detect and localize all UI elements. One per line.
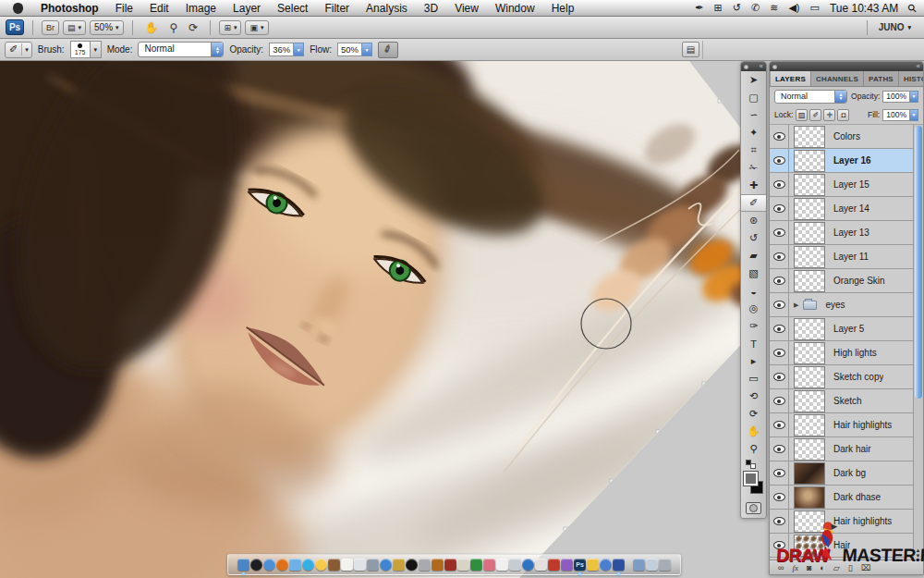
layer-thumbnail[interactable] [794, 246, 825, 268]
layer-name[interactable]: Sketch copy [833, 372, 883, 382]
menu-analysis[interactable]: Analysis [358, 0, 416, 17]
tab-layers[interactable]: LAYERS [771, 71, 811, 86]
dock-grid-app[interactable] [509, 559, 521, 571]
dock-firefox[interactable] [276, 559, 288, 571]
layer-thumbnail[interactable] [794, 222, 825, 244]
dock-dvd-player[interactable] [250, 559, 262, 571]
status-time-machine-icon[interactable]: ↺ [733, 2, 741, 14]
lock-lock-paint-icon[interactable]: ✐ [809, 109, 821, 121]
visibility-toggle[interactable] [770, 149, 789, 172]
opacity-arrow[interactable]: ▼ [910, 91, 918, 103]
menu-help[interactable]: Help [543, 0, 583, 17]
toggle-brushes-panel-button[interactable]: ▤ [682, 42, 699, 57]
visibility-toggle[interactable] [770, 221, 789, 244]
dock-garageband[interactable] [432, 559, 444, 571]
opacity-field[interactable]: 36%▼ [269, 43, 304, 56]
document-canvas[interactable] [0, 61, 750, 578]
scrollbar-thumb[interactable] [915, 126, 922, 399]
visibility-toggle[interactable] [770, 461, 789, 485]
dock-news-app[interactable] [548, 559, 560, 571]
panel-dock-header[interactable]: « [770, 62, 923, 71]
disclosure-triangle-icon[interactable]: ▶ [794, 301, 798, 309]
spotlight-icon[interactable]: ⚲ [906, 0, 920, 15]
zoom-level-dropdown[interactable]: 50%▾ [90, 20, 124, 35]
visibility-toggle[interactable] [770, 317, 789, 340]
tool-crop[interactable]: ⌗ [741, 141, 766, 159]
dock-skype[interactable] [302, 559, 314, 571]
layer-row-layer-15[interactable]: ▶ Layer 15 [770, 173, 923, 197]
fill-arrow[interactable]: ▼ [910, 109, 918, 121]
layer-row-layer-14[interactable]: ▶ Layer 14 [770, 197, 923, 221]
menu-edit[interactable]: Edit [141, 0, 177, 17]
dock-heart-box[interactable] [535, 559, 547, 571]
tool-dodge[interactable]: ◎ [741, 300, 766, 317]
layer-thumbnail[interactable] [794, 198, 825, 220]
visibility-toggle[interactable] [770, 173, 789, 196]
tool-eyedropper[interactable]: ✁ [741, 159, 766, 177]
dock-photoshop[interactable]: Ps [574, 559, 586, 571]
brush-dropdown-arrow[interactable]: ▾ [91, 41, 102, 58]
tool-rectangular-marquee[interactable]: ▢ [741, 89, 766, 106]
layer-thumbnail[interactable] [794, 486, 825, 509]
menu-3d[interactable]: 3D [416, 0, 446, 17]
menu-view[interactable]: View [446, 0, 487, 17]
layer-row-sketch-copy[interactable]: ▶ Sketch copy [770, 365, 923, 389]
dock-blue-face[interactable] [600, 559, 612, 571]
layer-thumbnail[interactable] [794, 414, 825, 437]
status-quill-icon[interactable]: ✒ [695, 2, 703, 14]
layer-row-orange-skin[interactable]: ▶ Orange Skin [770, 269, 923, 293]
layer-blend-mode-select[interactable]: Normal ▲▼ [774, 90, 847, 104]
layer-thumbnail[interactable] [794, 342, 825, 364]
layer-row-high-lights[interactable]: ▶ High lights [770, 341, 923, 365]
layer-name[interactable]: Layer 16 [833, 155, 871, 166]
tool-3d-rotate[interactable]: ⟲ [741, 387, 766, 405]
dock-chart-app[interactable] [470, 559, 482, 571]
status-modem-icon[interactable]: ✆ [751, 2, 760, 14]
layer-name[interactable]: Layer 15 [833, 179, 869, 190]
scrollbar[interactable]: ▲▼ [913, 125, 923, 560]
layer-thumbnail[interactable] [794, 390, 825, 412]
layer-name[interactable]: Sketch [833, 396, 862, 406]
layer-thumbnail[interactable] [794, 126, 825, 148]
lock-lock-position-icon[interactable]: ✛ [823, 109, 835, 121]
menu-layer[interactable]: Layer [225, 0, 269, 17]
visibility-toggle[interactable] [770, 341, 789, 364]
menu-window[interactable]: Window [487, 0, 543, 17]
dock-text-doc[interactable] [496, 559, 508, 571]
tool-eraser[interactable]: ▰ [741, 247, 766, 264]
layer-name[interactable]: Dark hair [833, 444, 871, 454]
layer-thumbnail[interactable] [794, 270, 825, 292]
layer-row-layer-16[interactable]: ▶ Layer 16 [770, 149, 923, 173]
menu-photoshop[interactable]: Photoshop [32, 0, 107, 17]
layer-row-colors[interactable]: ▶ Colors [770, 125, 923, 149]
flow-dropdown-arrow[interactable]: ▼ [362, 43, 372, 56]
tool-history-brush[interactable]: ↺ [741, 229, 766, 247]
tool-zoom[interactable]: ⚲ [741, 440, 766, 458]
tool-clone-stamp[interactable]: ⊛ [741, 212, 766, 229]
layer-thumbnail[interactable] [794, 150, 825, 172]
tool-type[interactable]: T [741, 335, 766, 352]
quick-mask-button[interactable] [746, 502, 761, 514]
arrange-documents-button[interactable]: ⊞▾ [219, 20, 241, 35]
layer-name[interactable]: Layer 11 [833, 252, 869, 262]
dock-stack-downloads[interactable] [633, 559, 645, 571]
visibility-toggle[interactable] [770, 486, 789, 509]
layer-row-layer-5[interactable]: ▶ Layer 5 [770, 317, 923, 341]
tool-brush[interactable]: ✐ [741, 194, 766, 212]
visibility-toggle[interactable] [770, 269, 789, 292]
layer-fill-field[interactable]: 100%▼ [882, 109, 918, 121]
dock-trash[interactable] [659, 559, 671, 571]
layer-thumbnail[interactable] [794, 438, 825, 461]
apple-menu-icon[interactable] [13, 3, 23, 14]
dock-sims[interactable] [587, 559, 599, 571]
layer-name[interactable]: Layer 13 [833, 228, 869, 238]
menu-filter[interactable]: Filter [316, 0, 358, 17]
visibility-toggle[interactable] [770, 245, 789, 268]
dock-quicktime[interactable] [522, 559, 534, 571]
layer-row-hair-highlights[interactable]: ▶ Hair highlights [770, 413, 923, 437]
layer-row-dark-dhase[interactable]: ▶ Dark dhase [770, 486, 923, 510]
dock-finder[interactable] [237, 559, 249, 571]
dock-imovie[interactable] [393, 559, 405, 571]
visibility-toggle[interactable] [770, 197, 789, 220]
dock-blue-globe[interactable] [263, 559, 275, 571]
